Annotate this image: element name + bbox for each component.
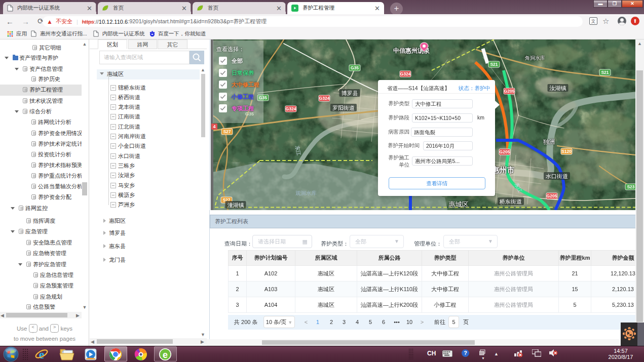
svg-text:观洞水库: 观洞水库 xyxy=(295,190,317,196)
svg-text:角洞水库: 角洞水库 xyxy=(525,55,545,61)
svg-text:独洲: 独洲 xyxy=(543,138,555,145)
svg-text:惠城区: 惠城区 xyxy=(448,200,469,208)
svg-text:S120: S120 xyxy=(561,149,572,154)
svg-text:桥东街道: 桥东街道 xyxy=(499,198,522,205)
svg-text:4: 4 xyxy=(213,124,215,129)
svg-text:水口街道: 水口街道 xyxy=(546,173,568,179)
svg-text:G35: G35 xyxy=(351,65,359,70)
svg-text:e: e xyxy=(163,350,168,360)
svg-text:汝湖镇: 汝湖镇 xyxy=(550,85,566,91)
svg-text:G205: G205 xyxy=(500,149,510,154)
svg-text:G205: G205 xyxy=(547,193,557,198)
svg-text:潼湖镇: 潼湖镇 xyxy=(228,202,244,208)
svg-text:G324: G324 xyxy=(400,71,411,76)
svg-text:S23: S23 xyxy=(627,184,634,189)
svg-text:G324: G324 xyxy=(286,106,296,111)
svg-text:S21: S21 xyxy=(490,62,498,67)
svg-text:S27: S27 xyxy=(223,129,231,134)
svg-text:S21: S21 xyxy=(601,70,609,75)
svg-text:G324: G324 xyxy=(319,96,330,101)
svg-text:博罗县: 博罗县 xyxy=(342,90,358,96)
svg-text:G205: G205 xyxy=(504,89,515,94)
svg-text:罗阳街道: 罗阳街道 xyxy=(332,105,355,111)
